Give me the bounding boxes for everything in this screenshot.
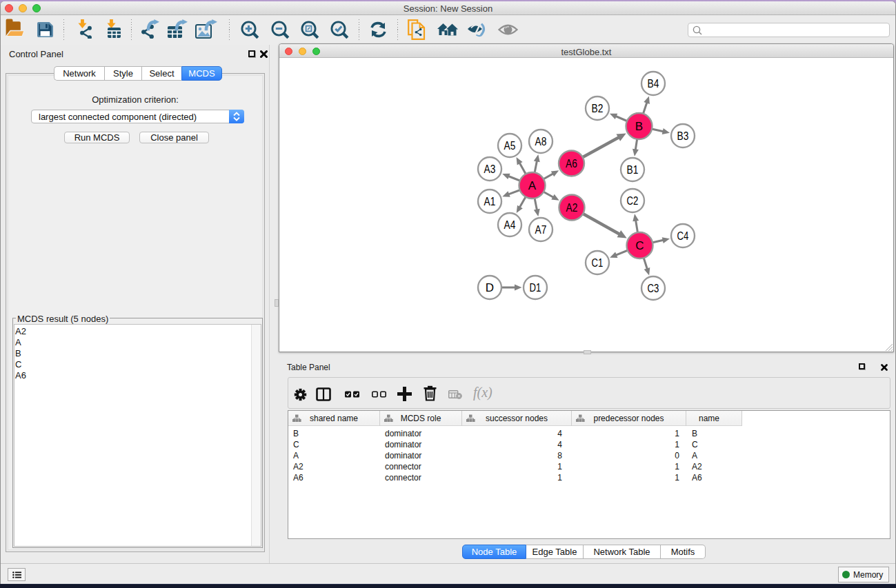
- svg-text:B4: B4: [648, 77, 659, 90]
- svg-text:A7: A7: [535, 223, 547, 236]
- svg-text:A2: A2: [566, 201, 578, 214]
- svg-text:C: C: [635, 239, 644, 252]
- svg-text:C3: C3: [648, 282, 659, 295]
- svg-text:A3: A3: [484, 163, 496, 176]
- svg-text:B2: B2: [592, 102, 604, 115]
- svg-text:C4: C4: [677, 230, 689, 243]
- svg-text:C2: C2: [627, 194, 639, 207]
- svg-text:D1: D1: [530, 281, 541, 294]
- svg-text:D: D: [486, 281, 494, 294]
- svg-text:C1: C1: [592, 256, 604, 270]
- svg-text:A1: A1: [484, 195, 496, 208]
- svg-text:A4: A4: [504, 219, 516, 232]
- svg-text:A6: A6: [566, 157, 577, 170]
- svg-text:A: A: [528, 179, 537, 192]
- svg-text:B1: B1: [627, 163, 639, 176]
- svg-text:B: B: [635, 120, 643, 133]
- svg-text:B3: B3: [677, 130, 689, 143]
- svg-text:A8: A8: [535, 135, 547, 148]
- svg-text:A5: A5: [504, 139, 516, 152]
